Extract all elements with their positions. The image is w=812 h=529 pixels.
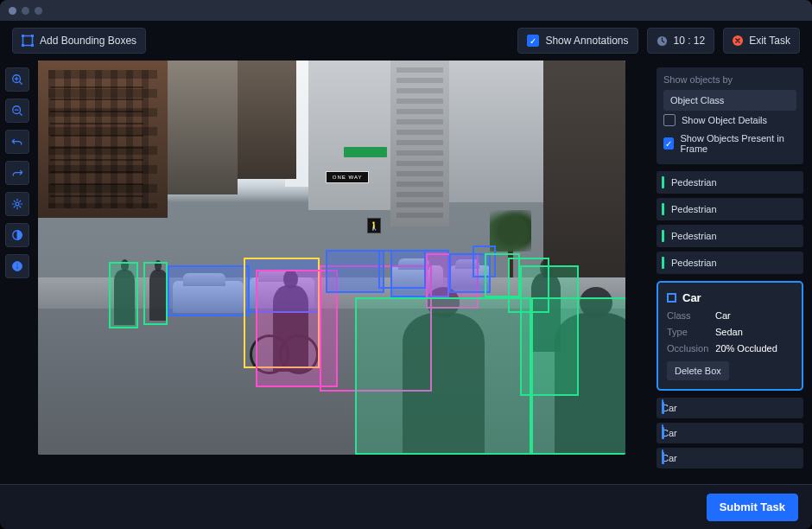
redo-button[interactable] [5, 161, 29, 185]
class-stripe [662, 176, 664, 188]
timer-value: 10 : 12 [674, 35, 706, 47]
workspace: ONE WAY [0, 61, 812, 484]
canvas-wrap: ONE WAY [35, 61, 651, 484]
svg-rect-4 [31, 44, 34, 47]
footer: Submit Task [0, 484, 812, 529]
svg-rect-3 [22, 44, 24, 47]
class-stripe [662, 203, 664, 215]
list-item-pedestrian[interactable]: Pedestrian [657, 252, 803, 274]
svg-rect-2 [31, 35, 34, 37]
add-bounding-box-label: Add Bounding Boxes [40, 35, 136, 47]
close-icon [733, 35, 743, 46]
app-window: Add Bounding Boxes ✓ Show Annotations 10… [0, 0, 812, 529]
svg-rect-0 [23, 36, 33, 46]
details-title: Car [682, 291, 701, 304]
detail-row-class: Class Car [667, 310, 793, 321]
show-annotations-toggle[interactable]: ✓ Show Annotations [517, 28, 638, 54]
list-item-pedestrian[interactable]: Pedestrian [657, 225, 803, 247]
show-object-details-toggle[interactable]: Show Object Details [663, 111, 796, 130]
list-item-pedestrian[interactable]: Pedestrian [657, 171, 803, 194]
detail-key: Type [667, 327, 708, 337]
details-header: Car [667, 291, 793, 304]
object-class-dropdown[interactable]: Object Class [663, 90, 796, 111]
show-objects-present-toggle[interactable]: ✓ Show Objects Present in Frame [663, 130, 796, 157]
zoom-in-button[interactable] [5, 67, 29, 92]
timer-display[interactable]: 10 : 12 [647, 28, 715, 54]
object-details-panel: Car Class Car Type Sedan Occlusion 20% O… [657, 281, 803, 391]
svg-point-9 [16, 202, 19, 206]
class-stripe [662, 427, 664, 439]
list-item-label: Pedestrian [671, 177, 717, 188]
list-item-label: Pedestrian [671, 204, 717, 214]
delete-box-label: Delete Box [675, 366, 721, 376]
detail-row-type: Type Sedan [667, 327, 793, 337]
class-color-swatch [667, 293, 676, 303]
bounding-box[interactable] [168, 265, 250, 316]
info-button[interactable] [5, 254, 29, 278]
checkbox-icon: ✓ [527, 35, 539, 47]
svg-rect-1 [22, 35, 24, 37]
undo-button[interactable] [5, 130, 29, 154]
show-object-details-label: Show Object Details [682, 115, 767, 125]
detail-value: Sedan [715, 327, 743, 337]
tool-rail [0, 61, 35, 484]
window-dot [35, 7, 42, 15]
show-annotations-label: Show Annotations [545, 35, 628, 47]
svg-rect-12 [16, 265, 18, 269]
list-item-car[interactable]: Car [657, 423, 803, 443]
window-dot [22, 7, 29, 15]
bounding-box-icon [22, 35, 34, 47]
list-item-label: Pedestrian [671, 258, 717, 268]
detail-row-occlusion: Occlusion 20% Occluded [667, 343, 793, 354]
show-objects-present-label: Show Objects Present in Frame [680, 133, 796, 154]
window-titlebar [0, 0, 812, 21]
object-list-cars: CarCarCar [657, 398, 803, 468]
exit-task-button[interactable]: Exit Task [723, 28, 800, 54]
add-bounding-box-button[interactable]: Add Bounding Boxes [12, 28, 146, 54]
detail-key: Occlusion [667, 343, 708, 354]
detail-key: Class [667, 310, 708, 321]
list-item-pedestrian[interactable]: Pedestrian [657, 198, 803, 220]
clock-icon [657, 35, 668, 47]
list-item-label: Pedestrian [671, 231, 717, 241]
dropdown-value: Object Class [670, 95, 724, 105]
class-stripe [662, 257, 664, 269]
bounding-box[interactable] [355, 297, 531, 455]
bounding-box[interactable] [109, 262, 138, 329]
class-stripe [662, 230, 664, 242]
show-by-label: Show objects by [663, 74, 796, 85]
class-stripe [662, 402, 664, 414]
side-panel: Show objects by Object Class Show Object… [651, 61, 812, 484]
class-stripe [662, 452, 664, 464]
bounding-box[interactable] [531, 297, 625, 455]
list-item-car[interactable]: Car [657, 398, 803, 418]
exit-task-label: Exit Task [749, 35, 790, 47]
submit-task-label: Submit Task [720, 500, 785, 513]
settings-button[interactable] [5, 192, 29, 216]
submit-task-button[interactable]: Submit Task [707, 494, 798, 521]
annotation-canvas[interactable]: ONE WAY [38, 61, 625, 455]
svg-point-13 [16, 263, 18, 264]
bounding-box[interactable] [143, 262, 167, 325]
window-dot [9, 7, 16, 15]
detail-value: Car [715, 310, 731, 321]
zoom-out-button[interactable] [5, 99, 29, 123]
bounding-box[interactable] [326, 250, 384, 293]
contrast-button[interactable] [5, 223, 29, 247]
checkbox-icon [663, 114, 676, 126]
list-item-car[interactable]: Car [657, 448, 803, 468]
filter-section: Show objects by Object Class Show Object… [657, 67, 803, 164]
top-toolbar: Add Bounding Boxes ✓ Show Annotations 10… [0, 21, 812, 61]
detail-value: 20% Occluded [715, 343, 777, 354]
object-list-pedestrians: PedestrianPedestrianPedestrianPedestrian [657, 171, 803, 274]
checkbox-icon: ✓ [663, 137, 674, 150]
delete-box-button[interactable]: Delete Box [667, 361, 729, 380]
